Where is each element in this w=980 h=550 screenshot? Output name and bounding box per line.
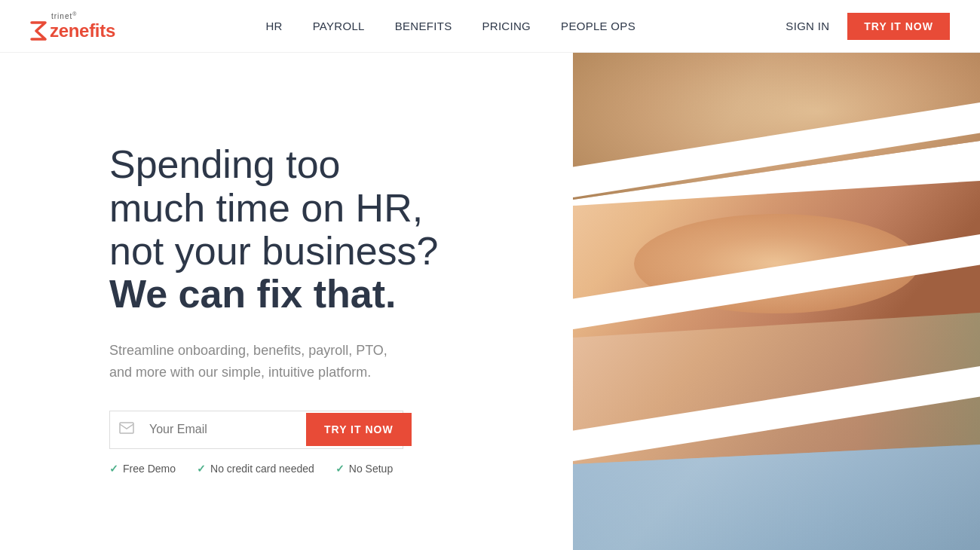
hero-image — [573, 53, 980, 550]
check-icon-3: ✓ — [335, 463, 345, 475]
nav-hr[interactable]: HR — [265, 20, 282, 32]
zenefits-brand-name: zenefits — [50, 22, 115, 40]
perk-no-setup: ✓ No Setup — [335, 463, 393, 475]
perk-label-2: No credit card needed — [210, 463, 314, 475]
hero-section: Spending too much time on HR, not your b… — [0, 53, 573, 550]
perk-no-credit: ✓ No credit card needed — [197, 463, 314, 475]
nav-pricing[interactable]: PRICING — [482, 20, 531, 32]
main-content: Spending too much time on HR, not your b… — [0, 53, 980, 550]
nav-links: HR PAYROLL BENEFITS PRICING PEOPLE OPS — [265, 20, 635, 32]
z-logo-icon — [30, 21, 47, 41]
hero-bold: We can fix that. — [109, 273, 513, 316]
nav-right: SIGN IN TRY IT NOW — [786, 13, 950, 40]
hero-title: Spending too much time on HR, not your b… — [109, 143, 513, 316]
perk-label-3: No Setup — [349, 463, 393, 475]
check-icon-1: ✓ — [109, 463, 118, 475]
hero-subtext: Streamline onboarding, benefits, payroll… — [109, 340, 403, 383]
nav-people-ops[interactable]: PEOPLE OPS — [561, 20, 635, 32]
hero-heading: Spending too much time on HR, not your b… — [109, 143, 513, 316]
email-icon — [110, 411, 143, 448]
nav-try-button[interactable]: TRY IT NOW — [847, 13, 950, 40]
logo[interactable]: trinet® zenefits — [30, 11, 115, 40]
email-form: TRY IT NOW — [109, 411, 403, 449]
hero-try-button[interactable]: TRY IT NOW — [306, 413, 412, 446]
svg-rect-0 — [120, 423, 133, 433]
perk-free-demo: ✓ Free Demo — [109, 463, 176, 475]
email-input[interactable] — [143, 412, 306, 447]
sign-in-link[interactable]: SIGN IN — [786, 20, 829, 32]
nav-benefits[interactable]: BENEFITS — [395, 20, 452, 32]
nav-payroll[interactable]: PAYROLL — [313, 20, 365, 32]
navbar: trinet® zenefits HR PAYROLL BENEFITS PRI… — [0, 0, 980, 53]
perks-list: ✓ Free Demo ✓ No credit card needed ✓ No… — [109, 463, 513, 475]
trinet-label: trinet® — [51, 11, 115, 20]
perk-label-1: Free Demo — [123, 463, 176, 475]
check-icon-2: ✓ — [197, 463, 206, 475]
